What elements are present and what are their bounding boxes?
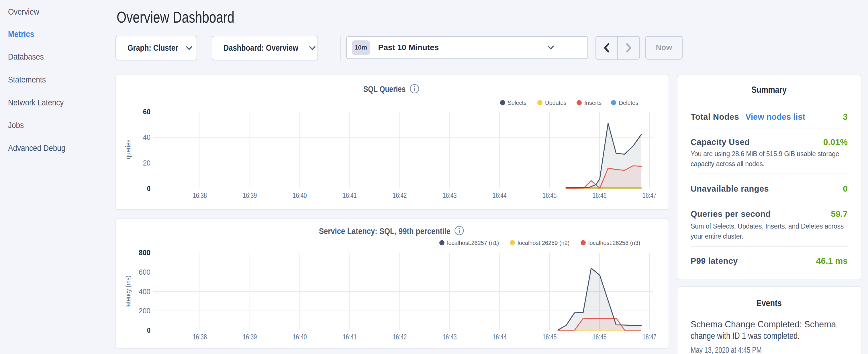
svg-text:16:42: 16:42 (393, 191, 407, 199)
svg-text:16:46: 16:46 (593, 191, 607, 199)
svg-text:latency (ms): latency (ms) (124, 276, 132, 308)
svg-text:16:38: 16:38 (193, 333, 207, 341)
svg-text:0: 0 (147, 326, 150, 334)
svg-text:16:40: 16:40 (293, 333, 307, 341)
svg-text:16:45: 16:45 (542, 191, 557, 199)
svg-text:16:43: 16:43 (443, 333, 457, 341)
svg-text:16:42: 16:42 (393, 333, 407, 341)
svg-text:16:39: 16:39 (243, 191, 257, 199)
svg-text:400: 400 (139, 287, 150, 296)
svg-text:0: 0 (147, 184, 150, 193)
svg-text:800: 800 (139, 248, 150, 257)
svg-text:16:47: 16:47 (643, 333, 656, 341)
svg-text:16:45: 16:45 (542, 333, 557, 341)
svg-text:queries: queries (124, 139, 132, 159)
svg-text:16:44: 16:44 (493, 333, 507, 341)
svg-text:16:41: 16:41 (343, 191, 357, 199)
svg-text:200: 200 (139, 307, 150, 315)
svg-text:16:47: 16:47 (643, 191, 656, 199)
svg-text:60: 60 (143, 107, 150, 116)
svg-text:16:39: 16:39 (243, 333, 257, 341)
svg-text:16:46: 16:46 (593, 333, 607, 341)
svg-text:16:41: 16:41 (343, 333, 357, 341)
svg-text:16:44: 16:44 (493, 191, 507, 199)
svg-text:16:43: 16:43 (443, 191, 457, 199)
svg-text:16:38: 16:38 (193, 191, 207, 199)
svg-text:600: 600 (139, 268, 150, 277)
svg-text:40: 40 (143, 133, 150, 141)
svg-text:16:40: 16:40 (293, 191, 307, 199)
svg-text:20: 20 (143, 159, 150, 167)
